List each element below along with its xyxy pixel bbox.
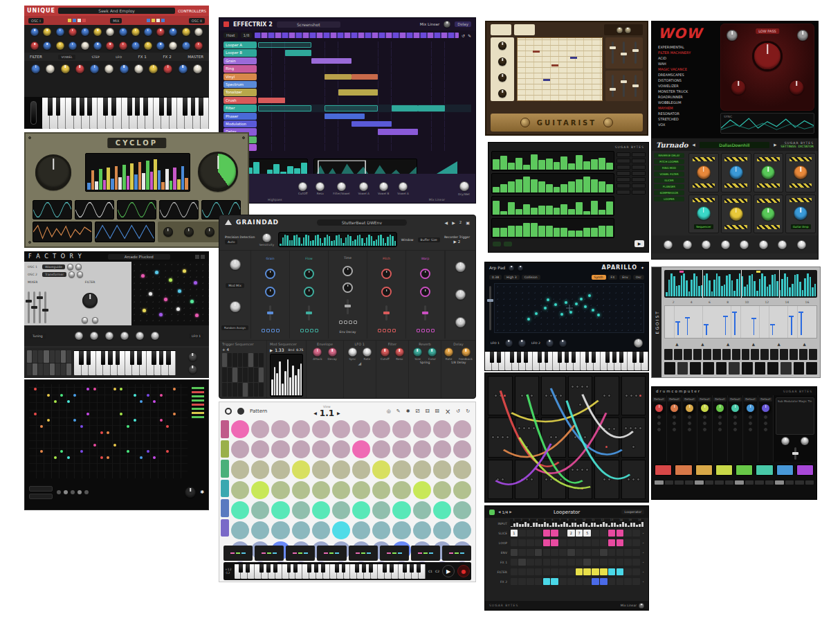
mod-dot[interactable]	[93, 444, 96, 447]
effect-lane-grid[interactable]	[258, 57, 471, 64]
turnado-module-knob[interactable]	[761, 165, 775, 179]
pattern-step[interactable]	[413, 440, 431, 458]
mod-dot[interactable]	[134, 419, 136, 422]
looperator-step[interactable]	[543, 549, 551, 556]
arp-dot[interactable]	[535, 312, 538, 315]
egoist-step[interactable]	[713, 349, 721, 360]
step-bar[interactable]	[500, 156, 507, 170]
factory-tuning-button[interactable]: Tuning	[30, 334, 46, 339]
looperator-step[interactable]	[559, 578, 567, 585]
column-mode-button[interactable]	[276, 329, 280, 332]
column-mode-button[interactable]	[383, 329, 386, 332]
step-bar[interactable]	[554, 162, 560, 170]
looperator-step[interactable]	[576, 549, 583, 556]
slice-line[interactable]	[702, 270, 703, 298]
knob[interactable]	[179, 64, 188, 73]
effect-lane-label[interactable]: Grain	[223, 57, 257, 64]
graindad-cutoff-knob[interactable]	[381, 348, 390, 357]
pattern-step[interactable]	[453, 521, 471, 539]
knob[interactable]	[61, 64, 70, 73]
graindad-menu-icon[interactable]: ▣	[466, 220, 470, 225]
looperator-input-waveform[interactable]: 12345678910111213141516	[510, 519, 644, 528]
looperator-step[interactable]	[543, 539, 551, 546]
arp-dot[interactable]	[560, 313, 563, 316]
drum-channel[interactable]: Default	[728, 395, 743, 462]
factory-step-grid[interactable]	[27, 350, 71, 375]
mod-dot[interactable]	[107, 431, 109, 434]
piano-key-black[interactable]	[108, 351, 112, 365]
piano-key-black[interactable]	[167, 98, 172, 116]
looperator-step[interactable]	[559, 568, 567, 575]
knob[interactable]	[119, 28, 127, 36]
mod-pad-dot[interactable]	[183, 269, 186, 273]
cyclop-sequencer-screen[interactable]	[85, 153, 190, 192]
list-item[interactable]: DISTORTIONS	[658, 78, 691, 83]
mod-dot[interactable]	[34, 388, 37, 390]
knob[interactable]	[182, 42, 190, 50]
knob[interactable]	[30, 28, 39, 36]
looperator-step[interactable]	[617, 578, 624, 585]
mod-dot[interactable]	[73, 394, 76, 397]
looperator-step[interactable]	[551, 530, 558, 537]
egoist-pad-row[interactable]	[664, 362, 817, 375]
turnado-effect-slot[interactable]: PITCH LOOPER	[654, 159, 684, 164]
effect-lane-grid[interactable]	[258, 105, 471, 111]
mod-pad-dot[interactable]	[194, 281, 197, 285]
mod-grid-side-labels[interactable]	[192, 387, 204, 418]
mod-pad-dot[interactable]	[149, 292, 152, 296]
page-prev-icon[interactable]: ◀	[313, 411, 317, 415]
piano-key-black[interactable]	[71, 98, 76, 116]
piano-key-black[interactable]	[293, 564, 298, 573]
play-button[interactable]: ▶	[442, 565, 455, 577]
pattern-step[interactable]	[292, 481, 310, 499]
aparillo-value-pill[interactable]: High 3	[504, 275, 520, 280]
effect-lane[interactable]: Phaser	[223, 113, 471, 120]
knob[interactable]	[136, 332, 144, 340]
drum-mini-knob[interactable]	[748, 427, 753, 432]
knob[interactable]	[75, 64, 84, 73]
knob[interactable]	[30, 42, 39, 50]
step-bar[interactable]	[576, 155, 583, 170]
pattern-step[interactable]	[433, 481, 451, 499]
step-bar[interactable]	[546, 184, 553, 192]
drum-channel-knob[interactable]	[669, 403, 679, 413]
effect-lane-grid[interactable]	[258, 97, 471, 104]
looperator-step[interactable]	[543, 559, 551, 566]
drum-mini-knob[interactable]	[672, 421, 677, 426]
step-bar[interactable]	[515, 226, 522, 237]
column-knob[interactable]	[304, 269, 314, 279]
arp-dot[interactable]	[569, 311, 572, 314]
piano-key-black[interactable]	[545, 352, 549, 363]
piano-key-black[interactable]	[127, 98, 132, 116]
step-bar[interactable]	[554, 228, 560, 237]
knob[interactable]	[120, 332, 129, 340]
guitarist-pattern-sheet[interactable]	[517, 37, 603, 101]
egoist-step[interactable]	[760, 349, 769, 360]
looperator-step[interactable]	[511, 549, 518, 556]
bar[interactable]	[300, 363, 302, 395]
looperator-step[interactable]	[543, 578, 551, 585]
looperator-step[interactable]	[543, 530, 551, 537]
looperator-step[interactable]	[592, 568, 599, 575]
list-item[interactable]: STRETCHED	[658, 116, 691, 122]
looperator-step[interactable]	[617, 559, 624, 566]
pattern-circle-grid[interactable]	[231, 420, 471, 537]
looperator-step[interactable]	[511, 578, 518, 585]
looperator-step[interactable]	[559, 549, 567, 556]
effect-lane-grid[interactable]	[258, 120, 471, 127]
plus-icon[interactable]: +	[222, 348, 226, 352]
turnado-module-grid[interactable]: SequencerGuitar Amp	[686, 151, 818, 235]
mod-pad-dot[interactable]	[143, 309, 146, 312]
knob[interactable]	[56, 42, 64, 50]
aparillo-lfo1-knob[interactable]	[518, 339, 526, 347]
track-tab[interactable]	[221, 499, 229, 517]
effect-lane-label[interactable]: Tonalizer	[223, 89, 257, 96]
step-bar[interactable]	[568, 231, 575, 237]
aparillo-tab-osc[interactable]: Osc	[633, 275, 644, 280]
factory-osc2-knob[interactable]	[77, 271, 83, 278]
trigger-cell[interactable]	[254, 368, 259, 381]
accent-triangle[interactable]: ▲	[778, 342, 780, 346]
column-slider[interactable]	[424, 305, 426, 321]
record-button[interactable]: ●	[457, 565, 470, 577]
trigger-cell[interactable]	[248, 353, 253, 367]
